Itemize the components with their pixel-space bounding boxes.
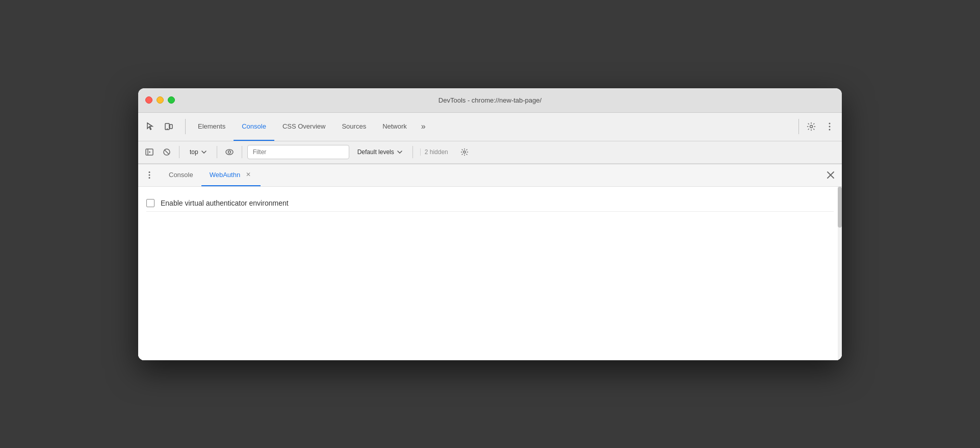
- sidebar-icon: [145, 148, 153, 156]
- tab-css-overview[interactable]: CSS Overview: [274, 113, 334, 141]
- minimize-button[interactable]: [157, 96, 164, 104]
- toolbar-right: [803, 118, 838, 135]
- inspect-element-button[interactable]: [142, 118, 159, 135]
- eye-icon: [225, 149, 234, 155]
- show-console-sidebar-button[interactable]: [142, 145, 157, 159]
- chevron-down-icon: [201, 151, 207, 154]
- execution-context-selector[interactable]: top: [185, 146, 212, 158]
- console-toolbar: top Default levels: [138, 141, 842, 164]
- drawer-tab-webauthn[interactable]: WebAuthn ✕: [201, 164, 261, 186]
- chevron-down-icon-2: [397, 151, 402, 154]
- drawer-tabs: Console WebAuthn ✕: [161, 164, 823, 186]
- drawer: Console WebAuthn ✕: [138, 164, 842, 360]
- console-divider-1: [179, 146, 179, 158]
- scrollbar-track: [838, 187, 842, 360]
- svg-marker-8: [149, 151, 151, 153]
- tab-elements[interactable]: Elements: [190, 113, 234, 141]
- svg-point-13: [463, 151, 466, 153]
- close-drawer-button[interactable]: [823, 168, 838, 182]
- enable-authenticator-label: Enable virtual authenticator environment: [161, 199, 289, 207]
- svg-line-10: [165, 150, 169, 155]
- console-divider-4: [412, 146, 413, 158]
- svg-point-16: [149, 177, 150, 179]
- window-title: DevTools - chrome://new-tab-page/: [439, 96, 541, 104]
- block-icon: [163, 148, 171, 156]
- svg-point-14: [149, 171, 150, 173]
- console-divider-2: [217, 146, 217, 158]
- tab-network[interactable]: Network: [374, 113, 415, 141]
- close-button[interactable]: [145, 96, 152, 104]
- filter-input[interactable]: [247, 145, 349, 159]
- clear-messages-button[interactable]: [160, 145, 174, 159]
- more-tabs-button[interactable]: »: [415, 113, 432, 141]
- enable-authenticator-checkbox[interactable]: [146, 199, 154, 207]
- top-toolbar: Elements Console CSS Overview Sources Ne…: [138, 113, 842, 141]
- device-toolbar-icon: [164, 122, 173, 131]
- device-toolbar-button[interactable]: [161, 118, 177, 135]
- drawer-header: Console WebAuthn ✕: [138, 164, 842, 187]
- console-divider-3: [242, 146, 242, 158]
- close-webauthn-tab-button[interactable]: ✕: [244, 170, 252, 179]
- svg-point-6: [829, 129, 831, 131]
- maximize-button[interactable]: [168, 96, 175, 104]
- settings-button[interactable]: [803, 118, 819, 135]
- settings-icon: [807, 122, 816, 131]
- svg-point-12: [228, 151, 230, 154]
- drawer-menu-icon[interactable]: [142, 168, 157, 182]
- traffic-lights: [145, 96, 175, 104]
- svg-point-11: [226, 150, 233, 155]
- tab-console[interactable]: Console: [234, 113, 274, 141]
- enable-authenticator-row: Enable virtual authenticator environment: [146, 195, 834, 212]
- vertical-dots-icon: [148, 171, 150, 179]
- title-bar: DevTools - chrome://new-tab-page/: [138, 88, 842, 113]
- svg-point-4: [829, 123, 831, 125]
- svg-point-5: [829, 126, 831, 128]
- devtools-container: Elements Console CSS Overview Sources Ne…: [138, 113, 842, 360]
- hidden-messages-count: 2 hidden: [420, 148, 452, 156]
- live-expressions-button[interactable]: [222, 145, 237, 159]
- scrollbar-thumb[interactable]: [838, 187, 842, 228]
- close-icon: [827, 171, 834, 179]
- drawer-content: Enable virtual authenticator environment: [138, 187, 842, 360]
- toolbar-icons: [142, 118, 177, 135]
- console-settings-button[interactable]: [457, 145, 472, 159]
- log-levels-button[interactable]: Default levels: [352, 146, 407, 158]
- devtools-window: DevTools - chrome://new-tab-page/: [138, 88, 842, 360]
- svg-point-3: [810, 126, 813, 128]
- toolbar-divider: [185, 119, 186, 134]
- console-settings-icon: [460, 148, 469, 156]
- cursor-icon: [146, 122, 155, 131]
- customize-menu-button[interactable]: [821, 118, 838, 135]
- main-tabs: Elements Console CSS Overview Sources Ne…: [190, 113, 794, 141]
- more-menu-icon: [829, 122, 831, 131]
- svg-rect-1: [170, 125, 172, 129]
- tab-sources[interactable]: Sources: [333, 113, 374, 141]
- toolbar-divider-right: [798, 119, 799, 134]
- svg-point-15: [149, 175, 150, 176]
- drawer-tab-console[interactable]: Console: [161, 164, 201, 186]
